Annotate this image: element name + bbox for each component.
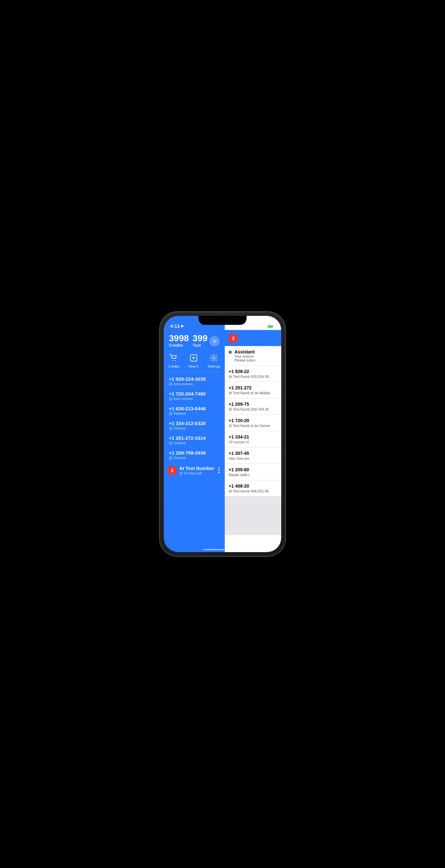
- phone-item-1[interactable]: +1 720-204-7460 @ Auto renews: [164, 389, 225, 403]
- right-panel-badge: 3: [229, 334, 238, 342]
- right-header: 3: [225, 330, 281, 346]
- message-item-2[interactable]: +1 251-272 AI Text Numb to be Mobile: [225, 382, 281, 398]
- left-header: 3998 Credits 399 Text +: [164, 330, 225, 350]
- toolbar: Credits New #: [164, 350, 225, 372]
- message-item-1[interactable]: +1 928-22 AI Text Numb 928-224-30: [225, 366, 281, 382]
- new-number-tab-label: New #: [188, 364, 199, 368]
- left-panel: 3998 Credits 399 Text +: [164, 316, 225, 552]
- toolbar-item-credits[interactable]: Credits: [168, 353, 179, 368]
- svg-point-2: [175, 360, 176, 361]
- ai-text-number-item[interactable]: 3 AI Text Number @ 58 days left: [164, 462, 225, 478]
- text-section: 399 Text +: [192, 334, 220, 348]
- plus-square-icon: [188, 353, 199, 363]
- ai-item-content: AI Text Number @ 58 days left: [179, 465, 214, 475]
- phone-list: +1 928-224-3035 @ Auto renews +1 720-204…: [164, 372, 225, 552]
- text-label: Text: [192, 343, 208, 348]
- ai-badge: 3: [168, 466, 177, 475]
- message-list: Assistant Your subscri Please subsc +1 9…: [225, 346, 281, 552]
- screen: 4:11 ▶: [164, 316, 281, 552]
- svg-point-4: [213, 357, 215, 359]
- phone-item-3[interactable]: +1 334-212-0328 @ Deleted: [164, 418, 225, 433]
- add-text-button[interactable]: +: [209, 336, 219, 346]
- more-options-button[interactable]: [217, 466, 221, 474]
- ai-item-title: AI Text Number: [179, 465, 214, 471]
- phone-device: 4:11 ▶: [160, 312, 285, 556]
- online-status-dot: [229, 350, 232, 354]
- empty-space: [225, 497, 281, 535]
- notch: [199, 316, 246, 325]
- phone-inner: 4:11 ▶: [164, 316, 281, 552]
- message-item-7[interactable]: +1 205-60 Maybe walk t: [225, 464, 281, 480]
- phone-item-4[interactable]: +1 251-272-3314 @ Deleted: [164, 433, 225, 447]
- cart-icon: [169, 353, 179, 363]
- home-indicator[interactable]: [203, 549, 242, 550]
- credits-tab-label: Credits: [168, 364, 179, 368]
- phone-item-0[interactable]: +1 928-224-3035 @ Auto renews: [164, 374, 225, 389]
- assistant-name: Assistant: [234, 349, 255, 354]
- assistant-item[interactable]: Assistant Your subscri Please subsc: [225, 346, 281, 366]
- text-number: 399: [192, 334, 208, 343]
- message-item-3[interactable]: +1 209-75 AI Text Numb 209-759-26: [225, 398, 281, 415]
- svg-point-1: [172, 360, 173, 361]
- message-item-5[interactable]: +1 334-21 Of course i d: [225, 431, 281, 447]
- toolbar-item-new-number[interactable]: New #: [188, 353, 199, 368]
- right-panel: 3 Assistant Your subscri Please subsc: [225, 316, 281, 552]
- phone-item-2[interactable]: +1 626-213-0446 @ Deleted: [164, 403, 225, 418]
- toolbar-item-settings[interactable]: Settings: [208, 353, 220, 368]
- message-item-6[interactable]: +1 307-45 Hey, how are: [225, 447, 281, 464]
- credits-number: 3998: [169, 334, 189, 343]
- ai-item-subtitle: @ 58 days left: [179, 471, 214, 475]
- gear-icon: [209, 353, 219, 363]
- credits-label: Credits: [169, 343, 189, 348]
- assistant-preview-1: Your subscri Please subsc: [234, 354, 255, 362]
- message-item-8[interactable]: +1 408-20 AI Text Numb 408-201-93: [225, 480, 281, 497]
- settings-tab-label: Settings: [208, 364, 220, 368]
- phone-item-5[interactable]: +1 209-759-2636 @ Deleted: [164, 447, 225, 462]
- credits-section: 3998 Credits: [169, 334, 189, 348]
- message-item-4[interactable]: +1 720-20 AI Text Numb to be Denve: [225, 415, 281, 431]
